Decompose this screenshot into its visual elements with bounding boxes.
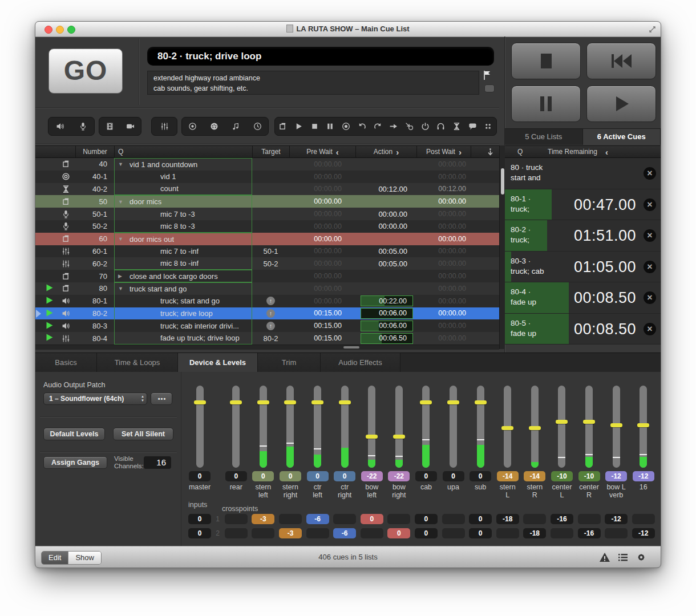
cue-name-cell[interactable]: truck; cab interior drivi...: [114, 319, 252, 332]
fader-value[interactable]: 0: [470, 471, 491, 481]
cue-number[interactable]: 60-1: [75, 247, 111, 256]
disclosure-triangle[interactable]: ▼: [118, 161, 126, 167]
fader-value[interactable]: -12: [605, 471, 627, 481]
fader-track[interactable]: [504, 386, 511, 468]
fader-track[interactable]: [314, 386, 321, 468]
action-cell[interactable]: 00:00.00: [355, 220, 416, 233]
crosspoint-cell[interactable]: -18: [521, 528, 549, 538]
resume-all-button[interactable]: [586, 86, 656, 122]
visible-channels-value[interactable]: 16: [144, 456, 171, 469]
active-cue-row[interactable]: 80-5 ·fade up 00:08.50 ×: [505, 314, 661, 345]
post-wait-time[interactable]: 00:00.00: [416, 297, 471, 305]
post-wait-time[interactable]: 00:12.00: [416, 185, 471, 193]
fader-track[interactable]: [395, 386, 403, 468]
fader-track[interactable]: [531, 386, 539, 468]
fader-value[interactable]: -10: [578, 471, 600, 481]
cue-name[interactable]: mic 7 to -inf: [160, 247, 199, 256]
cue-name[interactable]: truck start and go: [130, 285, 187, 293]
add-play-cue-button[interactable]: [294, 122, 304, 131]
cue-number[interactable]: 60: [75, 234, 111, 243]
post-wait-time[interactable]: 00:00.00: [416, 210, 471, 218]
cue-name[interactable]: truck; drive loop: [160, 309, 213, 318]
cue-number[interactable]: 80-1: [75, 297, 111, 305]
post-wait-time[interactable]: 00:00.00: [416, 260, 471, 268]
fader-thumb[interactable]: [284, 400, 296, 404]
pre-wait-time[interactable]: 00:00.00: [289, 297, 355, 305]
fader-track[interactable]: [450, 386, 457, 468]
cue-name-cell[interactable]: truck; drive loop: [114, 307, 252, 320]
cue-name[interactable]: close and lock cargo doors: [130, 272, 218, 281]
action-time[interactable]: 00:05.00: [378, 260, 416, 268]
fader-value[interactable]: 0: [334, 471, 355, 481]
post-wait-time[interactable]: 00:00.00: [416, 322, 471, 330]
cue-number[interactable]: 50: [75, 197, 111, 206]
fader-thumb[interactable]: [230, 400, 242, 404]
crosspoint-cell[interactable]: -16: [576, 528, 603, 538]
cue-name-cell[interactable]: ▼ door mics: [114, 195, 252, 208]
action-time-running[interactable]: 00:06.00: [361, 321, 413, 331]
scrollbar-thumb[interactable]: [343, 346, 359, 348]
expand-right-icon[interactable]: ›: [459, 147, 462, 157]
disclosure-triangle[interactable]: ▼: [118, 236, 126, 242]
inspector-tab-time-loops[interactable]: Time & Loops: [97, 353, 178, 372]
pre-wait-time[interactable]: 00:15.00: [289, 309, 355, 317]
fader-value[interactable]: 0: [443, 471, 464, 481]
cue-name[interactable]: fade up truck; drive loop: [160, 334, 240, 342]
add-target-cue-button[interactable]: [188, 122, 197, 131]
crosspoint-cell[interactable]: -12: [630, 528, 657, 538]
add-undo-cue-button[interactable]: [357, 122, 366, 131]
default-levels-button[interactable]: Default Levels: [43, 428, 105, 440]
cue-name-cell[interactable]: ▼ vid 1 and countdown: [114, 158, 252, 171]
fader-thumb[interactable]: [475, 400, 487, 404]
column-header-action[interactable]: Action›: [355, 146, 416, 157]
post-wait-time[interactable]: 00:00.00: [416, 173, 471, 181]
stop-cue-button[interactable]: ×: [644, 198, 656, 211]
audio-patch-dropdown[interactable]: 1 – Soundflower (64ch) ▲▼: [43, 392, 147, 405]
pre-wait-time[interactable]: 00:00.00: [289, 285, 355, 293]
action-cell[interactable]: 00:06.00: [355, 307, 416, 320]
cue-notes-field[interactable]: extended highway road ambiance cab sound…: [147, 71, 479, 95]
action-cell[interactable]: 00:06.50: [355, 332, 416, 345]
add-camera-cue-button[interactable]: [126, 122, 135, 131]
warnings-icon[interactable]: [599, 552, 610, 563]
add-speaker-cue-button[interactable]: [55, 122, 64, 131]
post-wait-time[interactable]: 00:00.00: [416, 285, 471, 293]
cue-target[interactable]: 50-1: [252, 247, 289, 256]
disclosure-triangle[interactable]: ▼: [118, 199, 126, 205]
fader-value[interactable]: -22: [361, 471, 383, 481]
pre-wait-time[interactable]: 00:00.00: [289, 247, 355, 255]
stop-all-button[interactable]: [511, 43, 581, 79]
add-headphones-cue-button[interactable]: [436, 122, 446, 131]
horizontal-scrollbar[interactable]: [35, 345, 499, 350]
cue-row-50-1[interactable]: 50-1 mic 7 to -3 00:00.00 00:00.00 00:00…: [35, 208, 499, 220]
fader-value[interactable]: -14: [497, 471, 519, 481]
add-midi-cue-button[interactable]: [210, 122, 219, 131]
add-devamp-cue-button[interactable]: [404, 122, 414, 131]
cue-name[interactable]: mic 8 to -3: [160, 222, 195, 230]
add-clock-cue-button[interactable]: [253, 122, 262, 131]
action-time[interactable]: 00:00.00: [378, 210, 416, 218]
action-time-running[interactable]: 00:06.50: [361, 333, 413, 344]
action-cell[interactable]: 00:05.00: [355, 257, 416, 270]
inspector-tab-trim[interactable]: Trim: [258, 353, 321, 372]
pre-wait-time[interactable]: 00:00.00: [289, 260, 355, 268]
fader-value[interactable]: 0: [252, 471, 274, 481]
cue-row-50[interactable]: 50 ▼ door mics 00:00.00 00:00.00: [35, 195, 499, 208]
cue-target[interactable]: ↑: [252, 309, 289, 318]
crosspoint-cell[interactable]: 0: [412, 514, 440, 524]
cue-row-40-2[interactable]: 40-2 count 00:00.00 00:12.00 00:12.00: [35, 183, 499, 196]
titlebar[interactable]: LA RUTA SHOW – Main Cue List: [35, 22, 661, 37]
cue-name[interactable]: mic 8 to -inf: [160, 259, 199, 268]
pause-all-button[interactable]: [511, 86, 581, 122]
cue-number[interactable]: 50-1: [75, 210, 111, 218]
post-wait-time[interactable]: 00:00.00: [416, 247, 471, 255]
add-music-cue-button[interactable]: [231, 122, 240, 131]
active-cue-row[interactable]: 80-2 ·truck; 01:51.00 ×: [505, 220, 661, 252]
crosspoint-cell[interactable]: [358, 528, 386, 538]
crosspoint-cell[interactable]: [440, 514, 467, 524]
active-cue-row[interactable]: 80-4 ·fade up 00:08.50 ×: [505, 282, 661, 314]
tab-active-cues[interactable]: 6 Active Cues: [583, 129, 661, 145]
rewind-button[interactable]: [586, 43, 656, 79]
action-cell[interactable]: [355, 282, 416, 295]
post-wait-time[interactable]: 00:00.00: [416, 272, 471, 280]
